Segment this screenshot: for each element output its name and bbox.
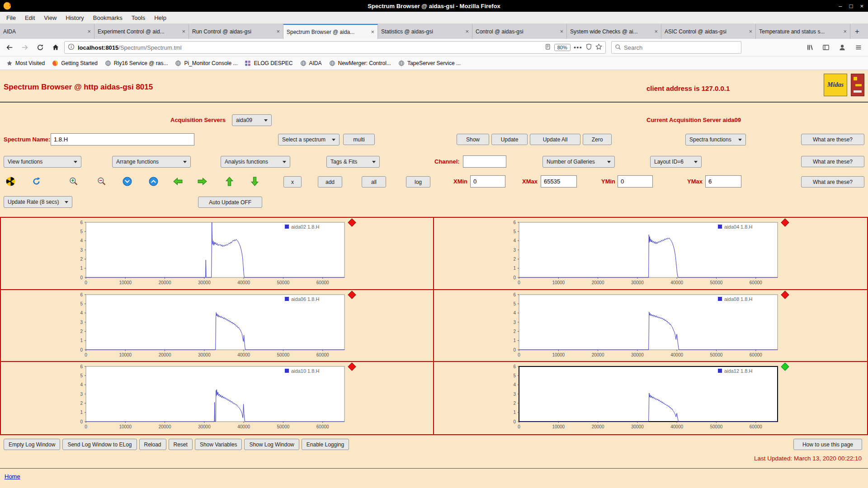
tab-control-aidas-gsi[interactable]: Control @ aidas-gsi× [472, 24, 567, 39]
update-rate-dropdown[interactable]: Update Rate (8 secs) [4, 196, 72, 208]
zero-button[interactable]: Zero [583, 134, 612, 145]
what-are-these-button-1[interactable]: What are these? [801, 134, 864, 145]
all-button[interactable]: all [362, 176, 386, 188]
spectrum-cell-aida06[interactable]: 01234560100002000030000400005000060000ai… [1, 290, 434, 362]
channel-input[interactable] [463, 155, 506, 168]
zoom-in-icon[interactable] [68, 176, 80, 187]
green-arrow-right-icon[interactable] [196, 176, 208, 187]
tab-aida[interactable]: AIDA× [0, 24, 94, 39]
home-link[interactable]: Home [5, 473, 20, 480]
zoom-out-icon[interactable] [96, 176, 108, 187]
spectrum-cell-aida12[interactable]: 01234560100002000030000400005000060000ai… [434, 362, 867, 434]
url-bar[interactable]: localhost:8015/Spectrum/Spectrum.tml 80%… [64, 41, 606, 54]
tab-close-icon[interactable]: × [843, 28, 847, 35]
menu-bookmarks[interactable]: Bookmarks [89, 13, 127, 23]
bookmark-getting-started[interactable]: Getting Started [48, 58, 101, 68]
experiment-logo[interactable] [851, 74, 864, 96]
number-of-galleries-dropdown[interactable]: Number of Galleries [542, 156, 615, 168]
reload-button[interactable]: Reload [139, 439, 166, 450]
log-button[interactable]: log [406, 176, 430, 188]
multi-button[interactable]: multi [343, 134, 375, 145]
home-button[interactable] [49, 41, 62, 54]
menu-help[interactable]: Help [150, 13, 171, 23]
layout-id-dropdown[interactable]: Layout ID=6 [650, 156, 702, 168]
empty-log-window-button[interactable]: Empty Log Window [4, 439, 60, 450]
green-arrow-left-icon[interactable] [172, 176, 184, 187]
spectrum-name-input[interactable] [51, 133, 194, 145]
add-button[interactable]: add [318, 176, 342, 188]
send-log-window-to-elog-button[interactable]: Send Log Window to ELog [62, 439, 137, 450]
tab-run-control-aidas-gsi[interactable]: Run Control @ aidas-gsi× [189, 24, 283, 39]
xmax-input[interactable] [541, 175, 577, 188]
maximize-button[interactable]: □ [849, 3, 853, 9]
tab-experiment-control-aid[interactable]: Experiment Control @ aid...× [94, 24, 189, 39]
arrange-functions-dropdown[interactable]: Arrange functions [112, 156, 191, 168]
tab-system-wide-checks-ai[interactable]: System wide Checks @ ai...× [567, 24, 661, 39]
reader-mode-icon[interactable] [544, 43, 551, 52]
bookmark-pi-monitor-console[interactable]: Pi_Monitor Console ... [171, 58, 241, 68]
menu-file[interactable]: File [2, 13, 20, 23]
tab-close-icon[interactable]: × [749, 28, 752, 35]
bookmark-most-visited[interactable]: Most Visited [3, 58, 48, 68]
sphere-arrow-down-icon[interactable] [121, 176, 133, 187]
show-button[interactable]: Show [457, 134, 489, 145]
tab-close-icon[interactable]: × [465, 28, 469, 35]
tab-asic-control-aidas-gsi[interactable]: ASIC Control @ aidas-gsi× [661, 24, 756, 39]
menu-hamburger-icon[interactable] [852, 41, 865, 54]
tab-close-icon[interactable]: × [560, 28, 563, 35]
analysis-functions-dropdown[interactable]: Analysis functions [221, 156, 290, 168]
reload-button[interactable] [33, 41, 47, 54]
update-all-button[interactable]: Update All [530, 134, 580, 145]
x-button[interactable]: x [283, 176, 302, 188]
sidebar-icon[interactable] [819, 41, 833, 54]
tab-close-icon[interactable]: × [87, 28, 91, 35]
search-input[interactable] [624, 44, 738, 51]
forward-button[interactable] [18, 41, 32, 54]
tab-close-icon[interactable]: × [371, 28, 374, 35]
tags-fits-dropdown[interactable]: Tags & Fits [326, 156, 380, 168]
close-button[interactable]: × [860, 3, 863, 9]
acq-server-select[interactable]: aida09 [232, 114, 272, 126]
tab-statistics-aidas-gsi[interactable]: Statistics @ aidas-gsi× [378, 24, 472, 39]
back-button[interactable] [3, 41, 16, 54]
new-tab-button[interactable]: + [850, 24, 864, 39]
menu-history[interactable]: History [61, 13, 88, 23]
xmin-input[interactable] [470, 175, 505, 188]
show-variables-button[interactable]: Show Variables [195, 439, 242, 450]
spectrum-cell-aida10[interactable]: 01234560100002000030000400005000060000ai… [1, 362, 434, 434]
menu-edit[interactable]: Edit [20, 13, 39, 23]
how-to-use-button[interactable]: How to use this page [793, 439, 862, 450]
bookmark-rly16-service-ras[interactable]: Rly16 Service @ ras... [101, 58, 172, 68]
reset-button[interactable]: Reset [169, 439, 193, 450]
radiation-icon[interactable] [5, 176, 16, 187]
site-info-icon[interactable] [68, 43, 75, 52]
view-functions-dropdown[interactable]: View functions [4, 156, 81, 168]
what-are-these-button-2[interactable]: What are these? [801, 156, 864, 167]
green-arrow-down-icon[interactable] [249, 176, 260, 187]
update-button[interactable]: Update [491, 134, 528, 145]
sphere-arrow-up-icon[interactable] [147, 176, 159, 187]
account-icon[interactable] [835, 41, 849, 54]
select-spectrum-dropdown[interactable]: Select a spectrum [278, 134, 340, 145]
bookmark-aida[interactable]: AIDA [297, 58, 326, 68]
green-arrow-up-icon[interactable] [223, 176, 235, 187]
spectrum-cell-aida04[interactable]: 01234560100002000030000400005000060000ai… [434, 218, 867, 290]
page-actions-icon[interactable]: ●●● [574, 45, 582, 50]
spectrum-cell-aida08[interactable]: 01234560100002000030000400005000060000ai… [434, 290, 867, 362]
menu-view[interactable]: View [39, 13, 61, 23]
search-bar[interactable] [611, 41, 741, 54]
bookmark-newmerger-control[interactable]: NewMerger: Control... [326, 58, 395, 68]
spectra-functions-dropdown[interactable]: Spectra functions [685, 134, 746, 145]
tab-close-icon[interactable]: × [182, 28, 185, 35]
tab-close-icon[interactable]: × [654, 28, 658, 35]
menu-tools[interactable]: Tools [127, 13, 150, 23]
refresh-icon[interactable] [30, 176, 42, 187]
what-are-these-button-3[interactable]: What are these? [801, 176, 864, 188]
tab-spectrum-browser-aida[interactable]: Spectrum Browser @ aida...× [283, 24, 378, 39]
ymin-input[interactable] [618, 175, 653, 188]
auto-update-button[interactable]: Auto Update OFF [198, 197, 262, 208]
enable-logging-button[interactable]: Enable Logging [302, 439, 349, 450]
minimize-button[interactable]: – [839, 3, 842, 9]
bookmark-elog-despec[interactable]: ELOG DESPEC [241, 58, 296, 68]
ymax-input[interactable] [705, 175, 741, 188]
